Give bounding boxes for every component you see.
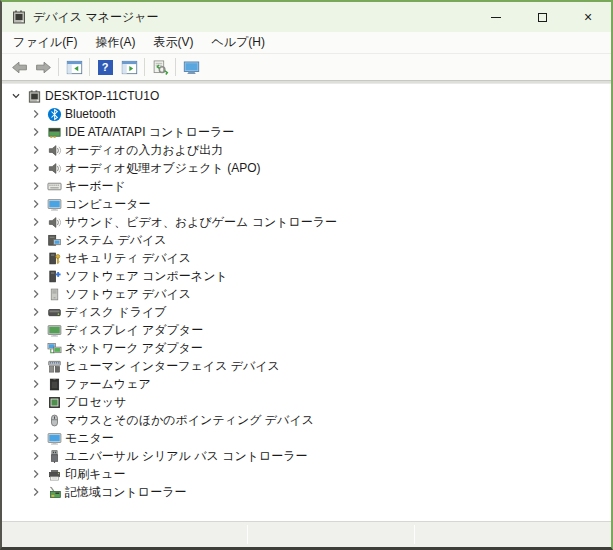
tree-item-label: サウンド、ビデオ、およびゲーム コントローラー bbox=[63, 214, 337, 231]
toolbar-separator bbox=[175, 58, 176, 76]
tree-item-label: セキュリティ デバイス bbox=[63, 250, 191, 267]
tree-item-label: IDE ATA/ATAPI コントローラー bbox=[63, 124, 234, 141]
back-button[interactable] bbox=[7, 56, 31, 78]
tree-item-label: オーディオの入力および出力 bbox=[63, 142, 223, 159]
menu-file[interactable]: ファイル(F) bbox=[4, 32, 86, 53]
tree-item-software-devices[interactable]: ソフトウェア デバイス bbox=[2, 285, 611, 303]
toolbar-separator bbox=[144, 58, 145, 76]
tree-item-audio-processing[interactable]: オーディオ処理オブジェクト (APO) bbox=[2, 159, 611, 177]
close-icon: × bbox=[584, 10, 592, 24]
chevron-right-icon[interactable] bbox=[27, 286, 45, 302]
tree-item-bluetooth[interactable]: Bluetooth bbox=[2, 105, 611, 123]
chevron-right-icon[interactable] bbox=[27, 448, 45, 464]
tree-item-label: コンピューター bbox=[63, 196, 150, 213]
tree-item-label: プロセッサ bbox=[63, 394, 126, 411]
software-component-icon bbox=[45, 268, 63, 284]
tree-item-firmware[interactable]: ファームウェア bbox=[2, 375, 611, 393]
tree-item-label: 印刷キュー bbox=[63, 466, 126, 483]
tree-item-storage-controllers[interactable]: 記憶域コントローラー bbox=[2, 483, 611, 501]
maximize-icon bbox=[538, 13, 547, 22]
remote-monitor-icon bbox=[183, 59, 200, 76]
tree-item-system-devices[interactable]: システム デバイス bbox=[2, 231, 611, 249]
chevron-right-icon[interactable] bbox=[27, 232, 45, 248]
tree-item-disk-drives[interactable]: ディスク ドライブ bbox=[2, 303, 611, 321]
tree-item-human-interface[interactable]: ヒューマン インターフェイス デバイス bbox=[2, 357, 611, 375]
tree-item-label: キーボード bbox=[63, 178, 126, 195]
device-tree: DESKTOP-11CTU1OBluetoothIDE ATA/ATAPI コン… bbox=[2, 84, 611, 520]
tree-item-sound-video-game[interactable]: サウンド、ビデオ、およびゲーム コントローラー bbox=[2, 213, 611, 231]
chevron-right-icon[interactable] bbox=[27, 268, 45, 284]
tree-item-usb-controllers[interactable]: ユニバーサル シリアル バス コントローラー bbox=[2, 447, 611, 465]
chevron-right-icon[interactable] bbox=[27, 322, 45, 338]
network-icon bbox=[45, 340, 63, 356]
tree-item-label: ヒューマン インターフェイス デバイス bbox=[63, 358, 280, 375]
audio-icon bbox=[45, 214, 63, 230]
processor-icon bbox=[45, 394, 63, 410]
tree-item-keyboards[interactable]: キーボード bbox=[2, 177, 611, 195]
chevron-right-icon[interactable] bbox=[27, 214, 45, 230]
chevron-right-icon[interactable] bbox=[27, 196, 45, 212]
chevron-right-icon[interactable] bbox=[27, 106, 45, 122]
tree-item-software-components[interactable]: ソフトウェア コンポーネント bbox=[2, 267, 611, 285]
chevron-right-icon[interactable] bbox=[27, 376, 45, 392]
device-manager-window: デバイス マネージャー × ファイル(F) 操作(A) 表示(V) ヘルプ(H)… bbox=[0, 0, 613, 550]
tree-item-desktop-root[interactable]: DESKTOP-11CTU1O bbox=[2, 87, 611, 105]
printer-icon bbox=[45, 466, 63, 482]
chevron-right-icon[interactable] bbox=[27, 142, 45, 158]
chevron-right-icon[interactable] bbox=[27, 340, 45, 356]
tree-item-ide-ata-atapi[interactable]: IDE ATA/ATAPI コントローラー bbox=[2, 123, 611, 141]
minimize-icon bbox=[491, 17, 501, 18]
forward-button[interactable] bbox=[31, 56, 55, 78]
tree-item-computer[interactable]: コンピューター bbox=[2, 195, 611, 213]
chevron-right-icon[interactable] bbox=[27, 160, 45, 176]
tree-item-processors[interactable]: プロセッサ bbox=[2, 393, 611, 411]
chevron-right-icon[interactable] bbox=[27, 250, 45, 266]
chevron-right-icon[interactable] bbox=[27, 412, 45, 428]
status-bar bbox=[2, 521, 611, 547]
chevron-right-icon[interactable] bbox=[27, 358, 45, 374]
menu-action[interactable]: 操作(A) bbox=[86, 32, 144, 53]
toolbar-separator bbox=[58, 58, 59, 76]
show-console-tree-button[interactable] bbox=[62, 56, 86, 78]
keyboard-icon bbox=[45, 178, 63, 194]
show-action-pane-button[interactable] bbox=[117, 56, 141, 78]
tree-item-display-adapters[interactable]: ディスプレイ アダプター bbox=[2, 321, 611, 339]
chevron-right-icon[interactable] bbox=[27, 124, 45, 140]
tree-item-label: ディスク ドライブ bbox=[63, 304, 167, 321]
chevron-right-icon[interactable] bbox=[27, 484, 45, 500]
tree-item-print-queues[interactable]: 印刷キュー bbox=[2, 465, 611, 483]
computer-button[interactable] bbox=[179, 56, 203, 78]
tree-item-audio-inputs-outputs[interactable]: オーディオの入力および出力 bbox=[2, 141, 611, 159]
chevron-right-icon[interactable] bbox=[27, 178, 45, 194]
scan-hardware-changes-button[interactable] bbox=[148, 56, 172, 78]
chevron-right-icon[interactable] bbox=[27, 466, 45, 482]
tree-item-monitors[interactable]: モニター bbox=[2, 429, 611, 447]
tree-item-label: システム デバイス bbox=[63, 232, 167, 249]
tree-item-label: ソフトウェア デバイス bbox=[63, 286, 191, 303]
tree-item-mice-pointing[interactable]: マウスとそのほかのポインティング デバイス bbox=[2, 411, 611, 429]
bluetooth-icon bbox=[45, 106, 63, 122]
chevron-right-icon[interactable] bbox=[27, 394, 45, 410]
chevron-right-icon[interactable] bbox=[27, 430, 45, 446]
device-manager-app-icon bbox=[11, 9, 27, 25]
chevron-right-icon[interactable] bbox=[27, 304, 45, 320]
firmware-icon bbox=[45, 376, 63, 392]
nav-forward-icon bbox=[35, 59, 52, 76]
minimize-button[interactable] bbox=[473, 2, 519, 32]
tree-item-security-devices[interactable]: セキュリティ デバイス bbox=[2, 249, 611, 267]
monitor-icon bbox=[45, 196, 63, 212]
help-button[interactable]: ? bbox=[93, 56, 117, 78]
tree-item-network-adapters[interactable]: ネットワーク アダプター bbox=[2, 339, 611, 357]
menu-help[interactable]: ヘルプ(H) bbox=[202, 32, 274, 53]
menu-view[interactable]: 表示(V) bbox=[144, 32, 202, 53]
mouse-icon bbox=[45, 412, 63, 428]
audio-icon bbox=[45, 160, 63, 176]
tree-item-label: ネットワーク アダプター bbox=[63, 340, 203, 357]
maximize-button[interactable] bbox=[519, 2, 565, 32]
tree-item-label: ファームウェア bbox=[63, 376, 151, 393]
tree-item-label: ユニバーサル シリアル バス コントローラー bbox=[63, 448, 308, 465]
tree-item-label: モニター bbox=[63, 430, 114, 447]
display-icon bbox=[45, 322, 63, 338]
chevron-down-icon[interactable] bbox=[7, 88, 25, 104]
close-button[interactable]: × bbox=[565, 2, 611, 32]
